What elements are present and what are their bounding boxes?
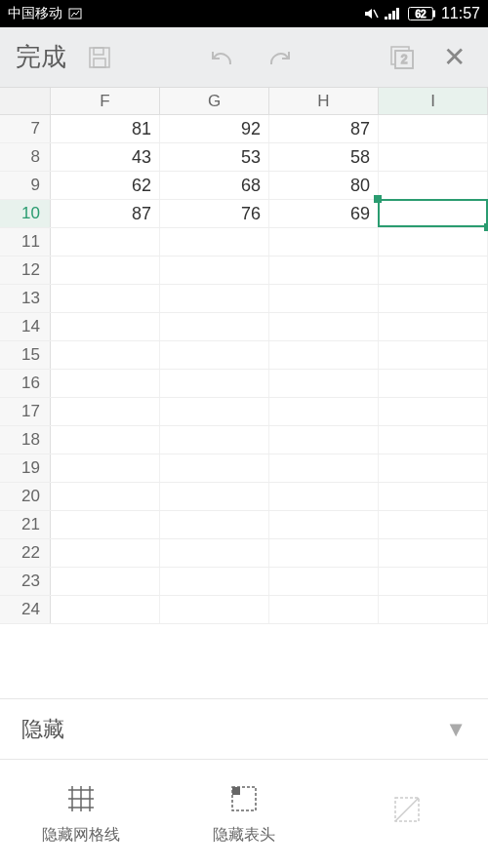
- col-header-H[interactable]: H: [269, 88, 379, 114]
- row-header-18[interactable]: 18: [0, 426, 51, 454]
- cell-G17[interactable]: [160, 398, 269, 425]
- cell-H15[interactable]: [269, 341, 379, 369]
- cell-G22[interactable]: [160, 539, 269, 567]
- save-button[interactable]: [72, 30, 127, 85]
- cell-G10[interactable]: 76: [160, 200, 269, 227]
- cell-H9[interactable]: 80: [269, 172, 379, 199]
- cell-I19[interactable]: [379, 454, 488, 482]
- cell-F9[interactable]: 62: [51, 172, 160, 199]
- cell-F11[interactable]: [51, 228, 160, 256]
- cell-I22[interactable]: [379, 539, 488, 567]
- cell-G21[interactable]: [160, 511, 269, 538]
- close-button[interactable]: ✕: [429, 41, 478, 73]
- cell-F19[interactable]: [51, 454, 160, 482]
- cell-H8[interactable]: 58: [269, 143, 379, 171]
- cell-I21[interactable]: [379, 511, 488, 538]
- cell-G8[interactable]: 53: [160, 143, 269, 171]
- undo-button[interactable]: [196, 30, 251, 85]
- cell-H20[interactable]: [269, 483, 379, 510]
- row-header-20[interactable]: 20: [0, 483, 51, 510]
- cell-H14[interactable]: [269, 313, 379, 340]
- cell-I9[interactable]: [379, 172, 488, 199]
- cell-H24[interactable]: [269, 596, 379, 623]
- hide-headers-button[interactable]: 隐藏表头: [163, 760, 326, 868]
- col-header-G[interactable]: G: [160, 88, 269, 114]
- done-button[interactable]: 完成: [10, 40, 72, 74]
- cell-H16[interactable]: [269, 370, 379, 397]
- cell-F7[interactable]: 81: [51, 115, 160, 142]
- row-header-19[interactable]: 19: [0, 454, 51, 482]
- cell-I7[interactable]: [379, 115, 488, 142]
- cell-I14[interactable]: [379, 313, 488, 340]
- row-header-12[interactable]: 12: [0, 256, 51, 284]
- cell-I12[interactable]: [379, 256, 488, 284]
- cell-H7[interactable]: 87: [269, 115, 379, 142]
- cell-F17[interactable]: [51, 398, 160, 425]
- cell-G12[interactable]: [160, 256, 269, 284]
- cell-I16[interactable]: [379, 370, 488, 397]
- row-header-15[interactable]: 15: [0, 341, 51, 369]
- cell-G13[interactable]: [160, 285, 269, 312]
- hide-gridlines-button[interactable]: 隐藏网格线: [0, 760, 163, 868]
- cell-G23[interactable]: [160, 568, 269, 595]
- cell-H22[interactable]: [269, 539, 379, 567]
- cell-H11[interactable]: [269, 228, 379, 256]
- cell-I17[interactable]: [379, 398, 488, 425]
- cell-H12[interactable]: [269, 256, 379, 284]
- cell-F18[interactable]: [51, 426, 160, 454]
- cell-G16[interactable]: [160, 370, 269, 397]
- cell-I20[interactable]: [379, 483, 488, 510]
- cell-G11[interactable]: [160, 228, 269, 256]
- cell-F13[interactable]: [51, 285, 160, 312]
- section-header[interactable]: 隐藏 ▼: [0, 698, 488, 759]
- row-header-11[interactable]: 11: [0, 228, 51, 256]
- cell-G24[interactable]: [160, 596, 269, 623]
- spreadsheet[interactable]: FGHI781928784353589626880108776691112131…: [0, 88, 488, 624]
- row-header-9[interactable]: 9: [0, 172, 51, 199]
- cell-I8[interactable]: [379, 143, 488, 171]
- cell-I23[interactable]: [379, 568, 488, 595]
- cell-F22[interactable]: [51, 539, 160, 567]
- cell-F24[interactable]: [51, 596, 160, 623]
- col-header-I[interactable]: I: [379, 88, 488, 114]
- cell-G9[interactable]: 68: [160, 172, 269, 199]
- cell-G7[interactable]: 92: [160, 115, 269, 142]
- row-header-10[interactable]: 10: [0, 200, 51, 227]
- cell-H23[interactable]: [269, 568, 379, 595]
- cell-H19[interactable]: [269, 454, 379, 482]
- cell-F8[interactable]: 43: [51, 143, 160, 171]
- row-header-21[interactable]: 21: [0, 511, 51, 538]
- cell-I15[interactable]: [379, 341, 488, 369]
- cell-F16[interactable]: [51, 370, 160, 397]
- cell-F15[interactable]: [51, 341, 160, 369]
- cell-G20[interactable]: [160, 483, 269, 510]
- cell-I13[interactable]: [379, 285, 488, 312]
- cell-F14[interactable]: [51, 313, 160, 340]
- tabs-button[interactable]: 2: [375, 30, 429, 85]
- cell-H17[interactable]: [269, 398, 379, 425]
- row-header-23[interactable]: 23: [0, 568, 51, 595]
- cell-H18[interactable]: [269, 426, 379, 454]
- cell-F12[interactable]: [51, 256, 160, 284]
- cell-F20[interactable]: [51, 483, 160, 510]
- cell-F10[interactable]: 87: [51, 200, 160, 227]
- cell-G14[interactable]: [160, 313, 269, 340]
- row-header-8[interactable]: 8: [0, 143, 51, 171]
- cell-H10[interactable]: 69: [269, 200, 379, 227]
- cell-I18[interactable]: [379, 426, 488, 454]
- cell-G15[interactable]: [160, 341, 269, 369]
- row-header-22[interactable]: 22: [0, 539, 51, 567]
- corner-cell[interactable]: [0, 88, 51, 114]
- cell-I11[interactable]: [379, 228, 488, 256]
- selection-handle-br[interactable]: [484, 223, 488, 231]
- cell-F21[interactable]: [51, 511, 160, 538]
- row-header-16[interactable]: 16: [0, 370, 51, 397]
- cell-G19[interactable]: [160, 454, 269, 482]
- cell-I24[interactable]: [379, 596, 488, 623]
- cell-H21[interactable]: [269, 511, 379, 538]
- cell-G18[interactable]: [160, 426, 269, 454]
- redo-button[interactable]: [251, 30, 305, 85]
- col-header-F[interactable]: F: [51, 88, 160, 114]
- selection-handle-tl[interactable]: [374, 195, 382, 203]
- row-header-7[interactable]: 7: [0, 115, 51, 142]
